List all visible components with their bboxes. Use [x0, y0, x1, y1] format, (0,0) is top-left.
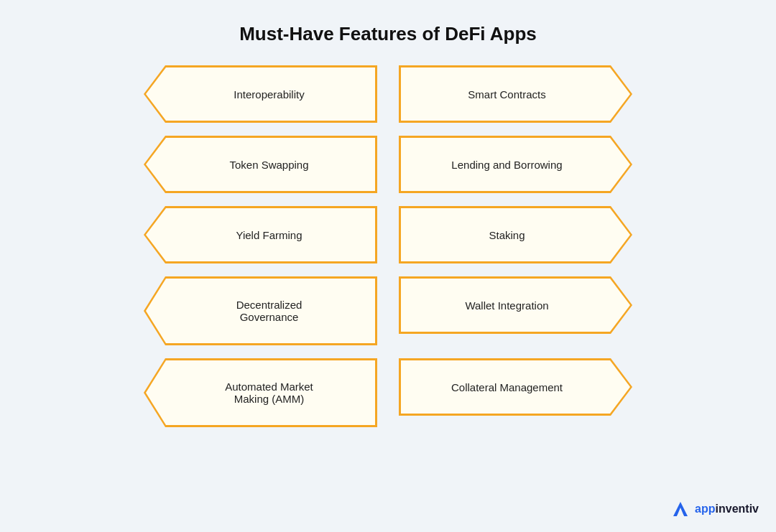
feature-label-token-swapping: Token Swapping [229, 159, 308, 171]
logo: appinventiv [670, 499, 759, 519]
feature-badge-staking: Staking [399, 206, 632, 263]
feature-label-interoperability: Interoperability [234, 88, 304, 101]
feature-label-staking: Staking [489, 229, 525, 241]
feature-badge-collateral-management: Collateral Management [399, 358, 632, 416]
feature-badge-interoperability: Interoperability [144, 65, 377, 123]
feature-badge-automated-market-making: Automated Market Making (AMM) [144, 358, 377, 427]
feature-badge-wallet-integration: Wallet Integration [399, 276, 632, 334]
feature-badge-smart-contracts: Smart Contracts [399, 65, 632, 123]
feature-badge-decentralized-governance: Decentralized Governance [144, 276, 377, 345]
logo-icon [670, 499, 690, 519]
feature-badge-yield-farming: Yield Farming [144, 206, 377, 263]
feature-badge-lending-borrowing: Lending and Borrowing [399, 136, 632, 193]
feature-label-yield-farming: Yield Farming [236, 229, 302, 241]
feature-label-decentralized-governance: Decentralized Governance [236, 299, 302, 323]
feature-label-wallet-integration: Wallet Integration [465, 299, 548, 312]
feature-label-lending-borrowing: Lending and Borrowing [451, 159, 562, 171]
feature-label-collateral-management: Collateral Management [451, 381, 563, 393]
feature-label-automated-market-making: Automated Market Making (AMM) [225, 381, 313, 405]
feature-badge-token-swapping: Token Swapping [144, 136, 377, 193]
feature-label-smart-contracts: Smart Contracts [468, 88, 545, 101]
features-grid: InteroperabilitySmart ContractsToken Swa… [144, 65, 632, 427]
page-title: Must-Have Features of DeFi Apps [239, 23, 537, 45]
logo-text: appinventiv [695, 503, 759, 515]
